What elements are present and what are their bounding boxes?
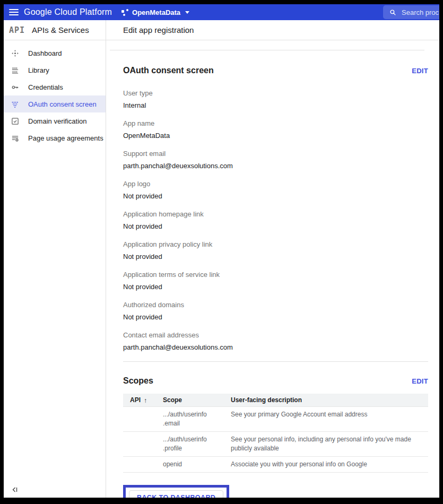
sidebar-item-label: Dashboard — [28, 49, 62, 57]
scope-row-email: .../auth/userinfo .email See your primar… — [123, 407, 428, 432]
field-support-email: Support email parth.panchal@deuexsolutio… — [123, 150, 424, 170]
field-value: Not provided — [123, 283, 424, 291]
scope-cell: openid — [163, 457, 231, 473]
agreements-icon — [11, 134, 19, 142]
annotation-highlight-box: BACK TO DASHBOARD — [123, 485, 229, 498]
sidebar-item-label: Library — [28, 66, 49, 74]
consent-icon — [11, 100, 19, 108]
field-app-logo: App logo Not provided — [123, 180, 424, 201]
collapse-sidebar-icon[interactable] — [11, 485, 21, 494]
dashboard-icon — [11, 49, 19, 57]
field-label: Support email — [123, 150, 424, 158]
scopes-section-title: Scopes — [123, 376, 153, 386]
project-name: OpenMetaData — [132, 8, 180, 16]
field-app-name: App name OpenMetaData — [123, 119, 424, 140]
api-column-header[interactable]: API↑ — [123, 394, 163, 407]
scope-cell: .../auth/userinfo .profile — [163, 432, 231, 457]
field-value: parth.panchal@deuexsolutions.com — [123, 343, 424, 352]
sidebar: API APIs & Services Dashboard Library — [4, 20, 106, 498]
scopes-edit-link[interactable]: EDIT — [412, 377, 428, 385]
toolband — [110, 40, 424, 50]
scope-row-openid: openid Associate you with your personal … — [123, 457, 428, 473]
sidebar-title: APIs & Services — [32, 25, 89, 34]
sidebar-item-label: Credentials — [28, 83, 63, 91]
field-user-type: User type Internal — [123, 89, 424, 110]
field-value: Not provided — [123, 192, 424, 201]
scopes-table: API↑ Scope User-facing description .../a… — [123, 394, 428, 473]
field-value: OpenMetaData — [123, 132, 424, 140]
description-column-header[interactable]: User-facing description — [231, 394, 428, 407]
field-label: Application homepage link — [123, 210, 424, 219]
key-icon — [11, 83, 19, 91]
project-icon — [121, 9, 128, 16]
scopes-table-header-row: API↑ Scope User-facing description — [123, 394, 428, 407]
description-cell: See your personal info, including any pe… — [231, 432, 428, 457]
sidebar-item-label: OAuth consent screen — [28, 100, 97, 108]
field-label: App name — [123, 119, 424, 128]
search-input[interactable] — [402, 8, 439, 16]
sidebar-item-credentials[interactable]: Credentials — [4, 79, 106, 95]
sidebar-item-domain-verification[interactable]: Domain verification — [4, 112, 106, 129]
gcp-logo[interactable]: Google Cloud Platform — [24, 7, 112, 17]
section-divider — [123, 361, 428, 362]
field-value: Not provided — [123, 222, 424, 231]
hamburger-menu-icon[interactable] — [4, 4, 24, 20]
sidebar-header: API APIs & Services — [4, 20, 106, 40]
sidebar-item-dashboard[interactable]: Dashboard — [4, 45, 106, 62]
main-content: Edit app registration OAuth consent scre… — [106, 20, 439, 498]
field-label: Authorized domains — [123, 301, 424, 309]
field-label: Application privacy policy link — [123, 240, 424, 249]
scope-column-header[interactable]: Scope — [163, 394, 231, 407]
description-cell: Associate you with your personal info on… — [231, 457, 428, 473]
api-cell — [123, 407, 163, 432]
caret-down-icon — [185, 11, 189, 14]
field-privacy-policy-link: Application privacy policy link Not prov… — [123, 240, 424, 261]
api-logo: API — [9, 25, 25, 35]
field-label: User type — [123, 89, 424, 98]
api-cell — [123, 457, 163, 473]
consent-fields: User type Internal App name OpenMetaData… — [123, 89, 424, 352]
field-label: Application terms of service link — [123, 271, 424, 279]
api-cell — [123, 432, 163, 457]
field-value: parth.panchal@deuexsolutions.com — [123, 162, 424, 170]
field-contact-emails: Contact email addresses parth.panchal@de… — [123, 331, 424, 352]
field-label: App logo — [123, 180, 424, 188]
field-terms-of-service-link: Application terms of service link Not pr… — [123, 271, 424, 291]
sidebar-item-page-usage-agreements[interactable]: Page usage agreements — [4, 129, 106, 146]
consent-section-header: OAuth consent screen EDIT — [123, 66, 428, 75]
field-value: Internal — [123, 101, 424, 110]
sidebar-item-library[interactable]: Library — [4, 62, 106, 79]
sort-ascending-icon: ↑ — [144, 397, 147, 404]
gcp-console-window: Google Cloud Platform OpenMetaData API A… — [4, 4, 439, 498]
sidebar-item-label: Page usage agreements — [28, 134, 103, 142]
description-cell: See your primary Google Account email ad… — [231, 407, 428, 432]
consent-edit-link[interactable]: EDIT — [412, 67, 428, 75]
top-navigation-bar: Google Cloud Platform OpenMetaData — [4, 4, 439, 20]
back-to-dashboard-button[interactable]: BACK TO DASHBOARD — [129, 490, 223, 498]
field-homepage-link: Application homepage link Not provided — [123, 210, 424, 231]
page-header: Edit app registration — [106, 20, 439, 40]
field-value: Not provided — [123, 253, 424, 261]
field-authorized-domains: Authorized domains Not provided — [123, 301, 424, 321]
consent-section-title: OAuth consent screen — [123, 66, 214, 75]
library-icon — [11, 66, 19, 74]
scope-cell: .../auth/userinfo .email — [163, 407, 231, 432]
scopes-section-header: Scopes EDIT — [123, 376, 428, 386]
search-icon — [389, 9, 396, 16]
search-bar[interactable] — [383, 5, 439, 19]
field-value: Not provided — [123, 313, 424, 321]
page-title: Edit app registration — [123, 25, 194, 34]
sidebar-item-label: Domain verification — [28, 117, 87, 125]
domain-check-icon — [11, 117, 19, 125]
sidebar-item-oauth-consent-screen[interactable]: OAuth consent screen — [4, 95, 106, 112]
field-label: Contact email addresses — [123, 331, 424, 340]
scope-row-profile: .../auth/userinfo .profile See your pers… — [123, 432, 428, 457]
project-selector[interactable]: OpenMetaData — [121, 8, 189, 16]
